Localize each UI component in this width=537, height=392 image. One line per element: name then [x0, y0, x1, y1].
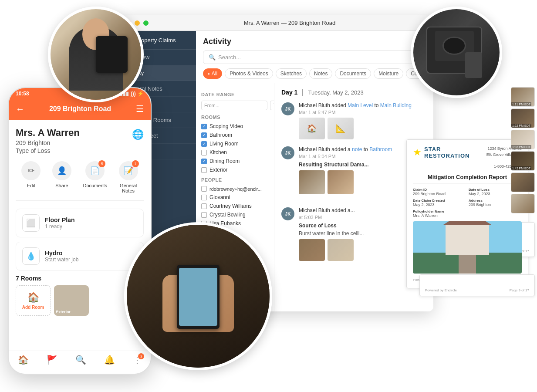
documents-label: Documents	[83, 183, 107, 188]
client-name: Mrs. A Warren	[16, 127, 80, 139]
search-icon: 🔍	[209, 54, 216, 61]
avatar-jk-2: JK	[281, 146, 294, 159]
strip-thumb-6[interactable]	[511, 194, 535, 213]
damage-thumb-2[interactable]	[328, 170, 354, 194]
nav-flag[interactable]: 🚩	[47, 355, 57, 365]
photo-hands-bg	[127, 225, 270, 368]
damage-thumb-1[interactable]	[299, 170, 325, 194]
date-to-input[interactable]	[270, 101, 274, 110]
filter-tab-all[interactable]: All	[203, 68, 222, 79]
floor-plan-thumb-1[interactable]: 🏠	[299, 118, 325, 139]
note-link[interactable]: note	[352, 146, 362, 152]
strip-thumb-1[interactable]: 1:11 PM EDT	[511, 87, 535, 107]
edit-icon: ✏	[28, 166, 34, 176]
report-main-page: ★ STAR RESTORATION 1234 Byron AvenueElk …	[406, 139, 528, 288]
phone-header-title: 209 Brighton Road	[49, 105, 111, 113]
share-action[interactable]: 👤 Share	[52, 161, 71, 193]
rooms-filter-label: ROOMS	[201, 115, 269, 120]
checkbox-diningroom[interactable]: ✓	[201, 159, 207, 164]
globe-icon: 🌐	[132, 129, 144, 140]
claim-id-label: Claim ID	[413, 188, 466, 192]
star-icon: ★	[413, 147, 422, 158]
checkbox-scoping[interactable]: ✓	[201, 124, 207, 129]
notes-icon-circle: 📝 1	[119, 161, 138, 180]
report-footer-page-3: Page 9 of 17	[510, 288, 529, 292]
filter-tab-moisture[interactable]: Moisture	[374, 68, 403, 79]
report-stack: Powered by Encircle Page 3 of 17 Powered…	[406, 139, 528, 292]
source-thumb-2[interactable]	[328, 239, 354, 261]
checkbox-exterior[interactable]	[201, 167, 207, 173]
documents-icon: 📄	[90, 166, 100, 176]
house-driveway	[459, 255, 476, 274]
activity-body-1: Michael Bluth added Main Level to Main B…	[299, 102, 426, 139]
window-title: Mrs. A Warren — 209 Brighton Road	[152, 20, 427, 26]
nav-home[interactable]: 🏠	[18, 355, 29, 365]
checkbox-bathroom[interactable]: ✓	[201, 132, 207, 138]
nav-bell[interactable]: 🔔	[104, 355, 115, 365]
date-created-value: May 2, 2023	[413, 203, 466, 207]
person-rdobrowney[interactable]: rdobrowney+hq@encir...	[201, 186, 269, 192]
loss-type: Type of Loss	[16, 147, 80, 154]
edit-action[interactable]: ✏ Edit	[21, 161, 41, 193]
report-house-image	[413, 221, 522, 274]
checkbox-rdobrowney[interactable]	[201, 186, 207, 192]
main-level-link[interactable]: Main Level	[348, 102, 373, 108]
date-from-input[interactable]	[201, 101, 267, 110]
room-exterior-thumb[interactable]: Exterior	[54, 285, 89, 316]
room-diningroom[interactable]: ✓ Dining Room	[201, 158, 269, 164]
house-shape	[446, 225, 489, 255]
hydro-card[interactable]: 💧 Hydro Start water job	[16, 242, 144, 270]
room-exterior[interactable]: Exterior	[201, 167, 269, 173]
circle-photo-equipment	[411, 7, 502, 98]
hydro-title: Hydro	[45, 250, 78, 257]
maximize-button[interactable]	[143, 20, 149, 26]
room-kitchen[interactable]: Kitchen	[201, 149, 269, 155]
strip-thumb-2[interactable]: 1:22 PM EDT	[511, 108, 535, 128]
nav-search[interactable]: 🔍	[75, 355, 86, 365]
hamburger-icon[interactable]: ☰	[136, 104, 144, 114]
filter-tab-documents[interactable]: Documents	[335, 68, 371, 79]
filter-tab-photos[interactable]: Photos & Videos	[225, 68, 273, 79]
main-building-link[interactable]: Main Building	[380, 102, 412, 108]
report-title: Mitigation Completion Report	[413, 174, 522, 183]
room-scoping[interactable]: ✓ Scoping Video	[201, 123, 269, 129]
notes-icon: 📝	[124, 166, 133, 176]
person-giovanni[interactable]: Giovanni	[201, 194, 269, 200]
status-time: 10:58	[16, 91, 29, 97]
strip-thumb-3[interactable]: 1:32 PM EDT	[511, 130, 535, 149]
room-livingroom[interactable]: ✓ Living Room	[201, 141, 269, 147]
hydro-icon: 💧	[26, 251, 36, 261]
filter-tab-sketches[interactable]: Sketches	[276, 68, 307, 79]
checkbox-livingroom[interactable]: ✓	[201, 141, 207, 147]
filter-tab-notes[interactable]: Notes	[309, 68, 332, 79]
floor-plan-title: Floor Plan	[45, 216, 74, 223]
activity-time-1: Mar 1 at 5:47 PM	[299, 110, 426, 115]
strip-thumb-5[interactable]	[511, 172, 535, 192]
checkbox-courtney[interactable]	[201, 203, 207, 209]
separator: |	[302, 88, 304, 96]
add-room-button[interactable]: 🏠 Add Room	[16, 285, 51, 316]
add-room-label: Add Room	[22, 305, 44, 310]
phone-header: ← 209 Brighton Road ☰	[9, 99, 151, 120]
source-thumb-1[interactable]	[299, 239, 325, 261]
bathroom-link[interactable]: Bathroom	[369, 146, 392, 152]
checkbox-kitchen[interactable]	[201, 150, 207, 155]
general-notes-action[interactable]: 📝 1 GeneralNotes	[119, 161, 138, 193]
documents-action[interactable]: 📄 5 Documents	[83, 161, 107, 193]
floor-plan-thumb-2[interactable]: 📐	[328, 118, 354, 139]
room-bathroom[interactable]: ✓ Bathroom	[201, 132, 269, 138]
phone-back-button[interactable]: ←	[16, 104, 24, 114]
strip-thumb-4[interactable]: 1:42 PM EDT	[511, 151, 535, 171]
floor-plan-icon: ⬜	[26, 218, 36, 228]
activity-item-3: JK Michael Bluth added a... at 5:03 PM S…	[281, 207, 426, 265]
circle-photo-person-left	[48, 7, 144, 102]
person-courtney[interactable]: Courtney Williams	[201, 203, 269, 209]
documents-icon-circle: 📄 5	[85, 161, 105, 180]
hydro-icon-box: 💧	[22, 247, 40, 265]
person-crystal[interactable]: Crystal Bowling	[201, 212, 269, 218]
floor-plan-card[interactable]: ⬜ Floor Plan 1 ready	[16, 209, 144, 237]
checkbox-giovanni[interactable]	[201, 195, 207, 200]
checkbox-crystal[interactable]	[201, 212, 207, 218]
report-company-name: STAR RESTORATION	[424, 146, 480, 159]
search-bar[interactable]: 🔍 Search...	[203, 51, 426, 64]
